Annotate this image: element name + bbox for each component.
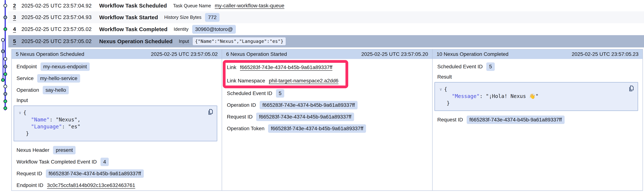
event-id-link[interactable]: 4 — [13, 26, 22, 32]
field-label: Scheduled Event ID — [437, 64, 483, 70]
json-line: "Message": "¡Hola! Nexus 👋" — [438, 93, 633, 100]
identity-badge: 30960@totoro@ — [192, 25, 236, 34]
field-label: Operation Token — [227, 126, 264, 132]
field-link-namespace: Link Namespace phil-target-namespace2.a2… — [227, 74, 428, 88]
panel-timestamp: 2025-02-25 UTC 23:57:05.20 — [361, 51, 428, 57]
timeline-dot-neutral — [4, 15, 7, 19]
copy-icon[interactable] — [207, 109, 214, 115]
collapse-chevron-icon[interactable]: ∨ — [17, 109, 23, 116]
collapse-chevron-icon[interactable]: ∨ — [438, 86, 444, 93]
json-close-brace: } — [438, 100, 633, 107]
field-operation-id: Operation ID f665283f-743e-4374-b45b-9a6… — [227, 99, 428, 111]
field-label: Request ID — [437, 117, 463, 123]
request-id-badge: f665283f-743e-4374-b45b-9a61a89337ff — [467, 116, 564, 124]
json-line: "Name": "Nexus", — [17, 116, 212, 123]
nexus-link[interactable]: f665283f-743e-4374-b45b-9a61a89337ff — [240, 64, 332, 70]
panel-body: Endpoint my-nexus-endpoint Service my-he… — [12, 59, 222, 191]
field-label: Endpoint ID — [16, 182, 43, 188]
panel-body: Scheduled Event ID 5 Result ∨ { "Message… — [432, 59, 642, 126]
field-label: Request ID — [227, 114, 252, 120]
wtc-event-id-badge: 4 — [100, 158, 109, 166]
field-label: Service — [16, 75, 34, 81]
field-endpoint: Endpoint my-nexus-endpoint — [16, 61, 217, 72]
result-json-viewer: ∨ { "Message": "¡Hola! Nexus 👋" } — [434, 82, 638, 111]
field-nexus-header: Nexus Header present — [16, 144, 217, 156]
field-operation: Operation say-hello — [16, 84, 217, 96]
event-time: 2025-02-25 UTC 23:57:04.92 — [22, 3, 99, 9]
field-scheduled-event-id: Scheduled Event ID 5 — [227, 88, 428, 99]
timeline-dot-success — [1, 78, 5, 82]
field-label: Endpoint — [16, 64, 37, 70]
workflow-event-history: 2 2025-02-25 UTC 23:57:04.92 Workflow Ta… — [0, 0, 644, 193]
field-label: Operation ID — [227, 102, 256, 108]
panel-title: 5 Nexus Operation Scheduled — [16, 51, 84, 57]
field-link: Link f665283f-743e-4374-b45b-9a61a89337f… — [227, 61, 428, 74]
field-label: Operation — [16, 87, 39, 93]
operation-badge: say-hello — [43, 86, 69, 94]
scheduled-event-id-badge: 5 — [276, 89, 284, 98]
event-list: 2 2025-02-25 UTC 23:57:04.92 Workflow Ta… — [8, 0, 644, 47]
field-endpoint-id: Endpoint ID 3c0c75ccfa8144b092c13ce63246… — [16, 180, 217, 191]
timeline-dot-pending — [4, 57, 7, 61]
panel-nexus-operation-scheduled: 5 Nexus Operation Scheduled 2025-02-25 U… — [12, 49, 222, 191]
json-open-brace: { — [444, 86, 447, 93]
event-name: Workflow Task Scheduled — [99, 2, 167, 9]
task-queue-link[interactable]: my-caller-workflow-task-queue — [215, 3, 284, 8]
timeline-dot-neutral — [1, 49, 5, 53]
event-meta-label: Input — [179, 39, 189, 44]
copy-icon[interactable] — [628, 85, 634, 92]
timeline-dot-neutral — [4, 65, 7, 68]
timeline-dot-pending — [1, 38, 5, 42]
event-meta-label: History Size Bytes — [164, 15, 202, 20]
panel-timestamp: 2025-02-25 UTC 23:57:05.02 — [151, 51, 218, 57]
timeline-dot-success — [4, 72, 7, 76]
event-name: Workflow Task Completed — [99, 26, 168, 32]
timeline-dot-pending — [4, 85, 7, 88]
panel-timestamp: 2025-02-25 UTC 23:57:05.23 — [572, 51, 638, 57]
event-meta-label: Identity — [174, 26, 188, 32]
event-row-2[interactable]: 2 2025-02-25 UTC 23:57:04.92 Workflow Ta… — [8, 0, 644, 11]
scheduled-event-id-badge: 5 — [486, 62, 495, 71]
nexus-header-badge: present — [53, 146, 76, 154]
field-scheduled-event-id: Scheduled Event ID 5 — [437, 61, 638, 72]
link-namespace-link[interactable]: phil-target-namespace2.a2dd6 — [269, 78, 338, 84]
event-name: Workflow Task Started — [99, 14, 158, 20]
field-label: Request ID — [16, 171, 42, 177]
json-open-brace: { — [23, 109, 26, 116]
panel-header: 5 Nexus Operation Scheduled 2025-02-25 U… — [12, 49, 222, 59]
event-time: 2025-02-25 UTC 23:57:05.02 — [22, 38, 99, 44]
event-id-link[interactable]: 5 — [13, 38, 22, 44]
result-section-label: Result — [437, 72, 638, 81]
event-meta-label: Task Queue Name — [173, 3, 211, 8]
field-request-id: Request ID f665283f-743e-4374-b45b-9a61a… — [437, 114, 638, 126]
json-line: "Language": "es" — [17, 123, 212, 130]
input-section-label: Input — [16, 96, 217, 105]
timeline-dot-success — [4, 27, 7, 31]
field-label: Workflow Task Completed Event ID — [16, 159, 97, 165]
panel-header: 10 Nexus Operation Completed 2025-02-25 … — [432, 49, 642, 59]
request-id-badge: f665283f-743e-4374-b45b-9a61a89337ff — [256, 113, 354, 121]
field-wtc-event-id: Workflow Task Completed Event ID 4 — [16, 156, 217, 168]
event-detail-panels: 5 Nexus Operation Scheduled 2025-02-25 U… — [11, 49, 643, 191]
panel-body: Link f665283f-743e-4374-b45b-9a61a89337f… — [222, 59, 432, 134]
endpoint-id-link[interactable]: 3c0c75ccfa8144b092c13ce632463761 — [47, 182, 135, 188]
field-label: Link — [227, 64, 236, 70]
field-label: Scheduled Event ID — [227, 90, 272, 96]
input-json-viewer: ∨ { "Name": "Nexus", "Language": "es" } — [14, 105, 217, 141]
request-id-badge: f665283f-743e-4374-b45b-9a61a89337ff — [46, 169, 144, 178]
event-id-link[interactable]: 2 — [13, 3, 22, 9]
event-row-5-selected[interactable]: 5 2025-02-25 UTC 23:57:05.02 Nexus Opera… — [8, 35, 644, 47]
operation-token-badge: f665283f-743e-4374-b45b-9a61a89337ff — [268, 124, 366, 133]
event-time: 2025-02-25 UTC 23:57:05.02 — [22, 26, 99, 32]
panel-header: 6 Nexus Operation Started 2025-02-25 UTC… — [222, 49, 432, 59]
event-row-3[interactable]: 3 2025-02-25 UTC 23:57:04.93 Workflow Ta… — [8, 11, 644, 23]
event-row-4[interactable]: 4 2025-02-25 UTC 23:57:05.02 Workflow Ta… — [8, 23, 644, 35]
panel-title: 10 Nexus Operation Completed — [436, 51, 508, 57]
operation-id-badge: f665283f-743e-4374-b45b-9a61a89337ff — [260, 101, 358, 109]
event-time: 2025-02-25 UTC 23:57:04.93 — [22, 14, 99, 20]
history-size-badge: 772 — [205, 13, 220, 22]
timeline-dot-success — [4, 106, 7, 110]
service-badge: my-hello-service — [37, 74, 80, 83]
timeline-dot-pending — [4, 4, 7, 7]
event-id-link[interactable]: 3 — [13, 14, 22, 20]
